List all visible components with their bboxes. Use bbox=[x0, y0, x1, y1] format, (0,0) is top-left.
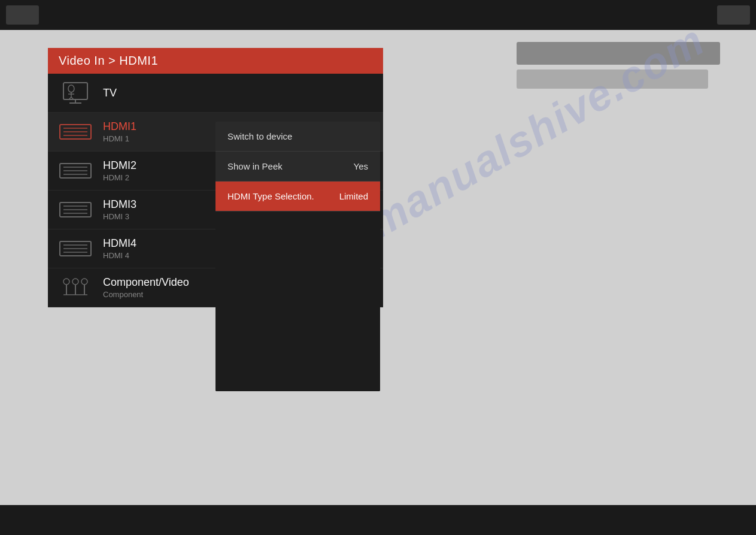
svg-point-3 bbox=[68, 85, 74, 92]
tv-panel: Video In > HDMI1 bbox=[48, 48, 383, 307]
hdmi3-icon bbox=[59, 200, 92, 219]
breadcrumb-text: Video In > HDMI1 bbox=[59, 54, 158, 67]
context-menu-item-show-peek[interactable]: Show in Peek Yes bbox=[215, 152, 380, 182]
tv-icon bbox=[60, 81, 90, 104]
right-panel bbox=[517, 42, 720, 89]
component-icon-container bbox=[57, 276, 93, 300]
top-bar bbox=[0, 0, 756, 30]
input-text-hdmi3: HDMI3 HDMI 3 bbox=[103, 198, 136, 221]
input-subtitle-hdmi2: HDMI 2 bbox=[103, 173, 136, 182]
input-name-component: Component/Video bbox=[103, 276, 189, 289]
input-name-hdmi1: HDMI1 bbox=[103, 120, 136, 133]
tv-icon-container bbox=[57, 81, 93, 105]
right-bar-bottom bbox=[517, 69, 708, 89]
input-text-hdmi1: HDMI1 HDMI 1 bbox=[103, 120, 136, 143]
hdmi1-icon bbox=[59, 122, 92, 141]
svg-point-26 bbox=[72, 279, 78, 285]
hdmi4-icon bbox=[59, 239, 92, 258]
input-text-hdmi4: HDMI4 HDMI 4 bbox=[103, 237, 136, 260]
input-name-hdmi3: HDMI3 bbox=[103, 198, 136, 211]
hdmi1-icon-container bbox=[57, 120, 93, 144]
context-menu-empty-space bbox=[215, 211, 380, 391]
input-name-hdmi4: HDMI4 bbox=[103, 237, 136, 250]
main-content: manualshive.com Video In > HDMI1 bbox=[0, 30, 756, 505]
breadcrumb-header: Video In > HDMI1 bbox=[48, 48, 383, 74]
svg-point-28 bbox=[81, 279, 87, 285]
input-subtitle-hdmi1: HDMI 1 bbox=[103, 134, 136, 143]
input-subtitle-component: Component bbox=[103, 290, 189, 299]
svg-point-24 bbox=[63, 279, 69, 285]
input-text-hdmi2: HDMI2 HDMI 2 bbox=[103, 159, 136, 182]
input-name-hdmi2: HDMI2 bbox=[103, 159, 136, 172]
context-menu-value-hdmi-type: Limited bbox=[339, 191, 368, 201]
hdmi2-icon-container bbox=[57, 159, 93, 183]
component-icon bbox=[60, 277, 90, 298]
context-menu-label-switch-device: Switch to device bbox=[227, 131, 292, 141]
context-menu: Switch to device Show in Peek Yes HDMI T… bbox=[215, 122, 380, 391]
context-menu-value-show-peek: Yes bbox=[354, 161, 368, 171]
input-subtitle-hdmi3: HDMI 3 bbox=[103, 212, 136, 221]
context-menu-item-switch-device[interactable]: Switch to device bbox=[215, 122, 380, 152]
input-text-component: Component/Video Component bbox=[103, 276, 189, 299]
input-item-tv[interactable]: TV bbox=[48, 74, 383, 113]
hdmi3-icon-container bbox=[57, 198, 93, 222]
hdmi4-icon-container bbox=[57, 237, 93, 261]
context-menu-label-hdmi-type: HDMI Type Selection. bbox=[227, 191, 314, 201]
hdmi2-icon bbox=[59, 161, 92, 180]
bottom-bar bbox=[0, 505, 756, 535]
context-menu-label-show-peek: Show in Peek bbox=[227, 161, 283, 171]
input-text-tv: TV bbox=[103, 87, 117, 99]
context-menu-item-hdmi-type[interactable]: HDMI Type Selection. Limited bbox=[215, 182, 380, 211]
input-subtitle-hdmi4: HDMI 4 bbox=[103, 251, 136, 260]
top-bar-right-button[interactable] bbox=[717, 5, 750, 25]
input-name-tv: TV bbox=[103, 87, 117, 99]
svg-rect-0 bbox=[63, 83, 87, 99]
top-bar-left-button[interactable] bbox=[6, 5, 39, 25]
right-bar-top bbox=[517, 42, 720, 65]
